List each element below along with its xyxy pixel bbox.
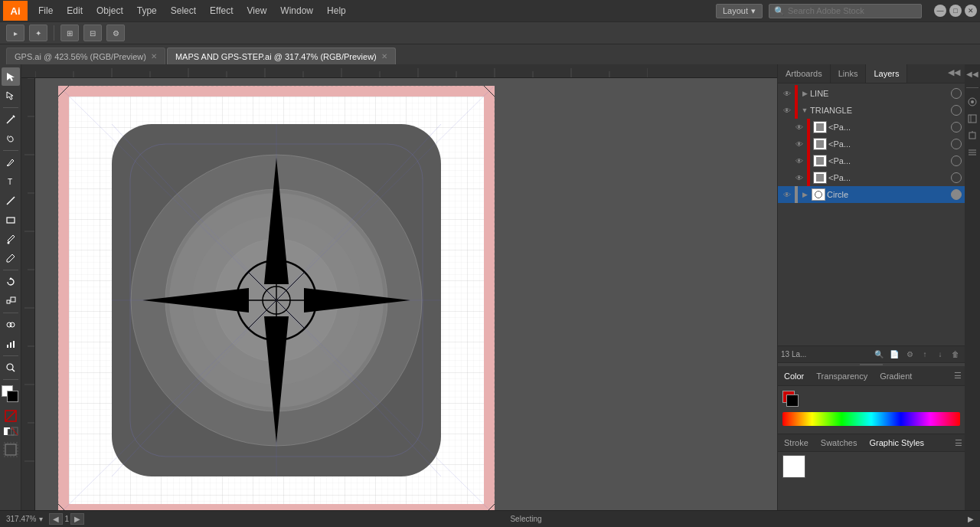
fill-stroke-indicator[interactable] xyxy=(782,391,799,408)
menu-edit[interactable]: Edit xyxy=(60,3,89,18)
layer-triangle-select[interactable] xyxy=(951,105,962,116)
artboard-next[interactable]: ▶ xyxy=(70,513,84,525)
strip-collapse-icon[interactable]: ◀◀ xyxy=(966,67,978,80)
strip-align-icon[interactable] xyxy=(966,146,978,159)
paintbrush-tool[interactable] xyxy=(2,230,20,248)
graph-tool[interactable] xyxy=(2,335,20,353)
layout-button[interactable]: Layout ▾ xyxy=(716,4,763,18)
line-tool[interactable] xyxy=(2,191,20,210)
minimize-button[interactable]: — xyxy=(934,5,946,17)
layer-pa3-visibility[interactable]: 👁 xyxy=(793,155,805,167)
color-spectrum-bar[interactable] xyxy=(782,412,960,426)
transform-btn[interactable]: ⚙ xyxy=(106,25,125,41)
color-selector[interactable] xyxy=(2,385,20,404)
scale-tool[interactable] xyxy=(2,292,20,310)
stroke-panel-menu[interactable]: ☰ xyxy=(952,436,965,450)
none-color[interactable] xyxy=(4,409,18,424)
tab-layers[interactable]: Layers xyxy=(866,64,907,83)
align-btn[interactable]: ⊟ xyxy=(83,25,102,41)
zoom-tool[interactable] xyxy=(2,358,20,377)
layer-circle-target[interactable] xyxy=(951,189,962,200)
tab-gps-close[interactable]: ✕ xyxy=(151,52,157,61)
pen-tool[interactable] xyxy=(2,153,20,172)
stroke-color[interactable] xyxy=(7,391,18,402)
maximize-button[interactable]: □ xyxy=(949,5,962,17)
tab-artboards[interactable]: Artboards xyxy=(778,64,831,83)
layer-line[interactable]: 👁 ▶ LINE xyxy=(778,85,965,102)
menu-object[interactable]: Object xyxy=(90,3,129,18)
menu-effect[interactable]: Effect xyxy=(204,3,239,18)
layer-pa1-select[interactable] xyxy=(951,122,962,133)
artboard-canvas[interactable] xyxy=(35,78,777,510)
shape-builder-tool[interactable] xyxy=(2,316,20,334)
search-input[interactable] xyxy=(788,6,910,15)
zoom-arrow[interactable]: ▾ xyxy=(39,515,43,523)
panel-collapse-btn[interactable]: ◀◀ xyxy=(943,64,965,83)
lasso-tool[interactable] xyxy=(2,129,20,148)
layers-new-btn[interactable]: 📄 xyxy=(888,349,900,361)
close-button[interactable]: ✕ xyxy=(965,5,977,17)
arrange-btn[interactable]: ⊞ xyxy=(60,25,79,41)
strip-transform-icon[interactable] xyxy=(966,129,978,142)
layer-line-visibility[interactable]: 👁 xyxy=(781,87,793,100)
layer-pa2[interactable]: 👁 <Pa... xyxy=(778,136,965,152)
layer-line-expand[interactable]: ▶ xyxy=(799,88,810,99)
layers-settings-btn[interactable]: ⚙ xyxy=(903,349,916,361)
style-swatch-default[interactable] xyxy=(782,455,805,478)
menu-file[interactable]: File xyxy=(32,3,59,18)
layer-pa3-select[interactable] xyxy=(951,155,962,166)
stroke-indicator[interactable] xyxy=(786,394,799,407)
layer-triangle-visibility[interactable]: 👁 xyxy=(781,104,793,116)
zoom-control[interactable]: 317.47% ▾ xyxy=(6,515,43,523)
selection-tool[interactable] xyxy=(2,67,20,86)
magic-wand-tool[interactable] xyxy=(2,110,20,129)
layer-pa1[interactable]: 👁 <Pa... xyxy=(778,119,965,136)
menu-type[interactable]: Type xyxy=(131,3,163,18)
layer-pa4-visibility[interactable]: 👁 xyxy=(793,172,805,184)
menu-help[interactable]: Help xyxy=(321,3,352,18)
layers-delete-btn[interactable]: 🗑 xyxy=(949,349,962,361)
tab-graphic-styles[interactable]: Graphic Styles xyxy=(864,436,931,450)
strip-libraries-icon[interactable] xyxy=(966,113,978,125)
menu-view[interactable]: View xyxy=(241,3,273,18)
status-nav-arrow[interactable]: ▶ xyxy=(968,515,974,523)
layer-pa4-select[interactable] xyxy=(951,172,962,183)
layer-line-select[interactable] xyxy=(951,88,962,99)
tab-maps[interactable]: MAPS AND GPS-STEP.ai @ 317.47% (RGB/Prev… xyxy=(167,47,396,64)
strip-properties-icon[interactable] xyxy=(966,96,978,108)
pencil-tool[interactable] xyxy=(2,249,20,267)
artboard-tool[interactable] xyxy=(2,441,19,460)
layer-pa1-visibility[interactable]: 👁 xyxy=(793,121,805,133)
direct-selection-tool[interactable] xyxy=(2,87,20,105)
layer-pa2-select[interactable] xyxy=(951,139,962,149)
layer-triangle[interactable]: 👁 ▼ TRIANGLE xyxy=(778,102,965,119)
tab-color[interactable]: Color xyxy=(778,368,810,384)
layer-circle[interactable]: 👁 ▶ Circle xyxy=(778,186,965,203)
tab-maps-close[interactable]: ✕ xyxy=(381,52,387,61)
color-mode-icons[interactable] xyxy=(3,427,18,437)
layer-pa2-visibility[interactable]: 👁 xyxy=(793,138,805,150)
layers-search-btn[interactable]: 🔍 xyxy=(873,349,885,361)
layer-circle-expand[interactable]: ▶ xyxy=(799,189,810,200)
layer-pa4[interactable]: 👁 <Pa... xyxy=(778,169,965,186)
type-tool[interactable]: T xyxy=(2,172,20,191)
tab-gps[interactable]: GPS.ai @ 423.56% (RGB/Preview) ✕ xyxy=(6,47,165,64)
layer-pa3[interactable]: 👁 <Pa... xyxy=(778,152,965,169)
layers-up-btn[interactable]: ↑ xyxy=(919,349,931,361)
rectangle-tool[interactable] xyxy=(2,211,20,229)
tab-gradient[interactable]: Gradient xyxy=(874,368,918,384)
tab-stroke[interactable]: Stroke xyxy=(778,436,815,450)
menu-window[interactable]: Window xyxy=(274,3,319,18)
tab-links[interactable]: Links xyxy=(831,64,867,83)
tab-transparency[interactable]: Transparency xyxy=(810,368,874,384)
direct-select-options[interactable]: ✦ xyxy=(29,25,47,41)
layer-circle-visibility[interactable]: 👁 xyxy=(781,188,793,201)
layers-down-btn[interactable]: ↓ xyxy=(934,349,946,361)
rotate-tool[interactable] xyxy=(2,273,20,291)
layer-triangle-expand[interactable]: ▼ xyxy=(799,105,810,116)
selection-tool-options[interactable]: ▸ xyxy=(6,25,24,41)
menu-select[interactable]: Select xyxy=(165,3,202,18)
color-panel-menu[interactable]: ☰ xyxy=(951,368,965,384)
search-stock-box[interactable]: 🔍 xyxy=(769,4,922,18)
artboard-prev[interactable]: ◀ xyxy=(49,513,63,525)
